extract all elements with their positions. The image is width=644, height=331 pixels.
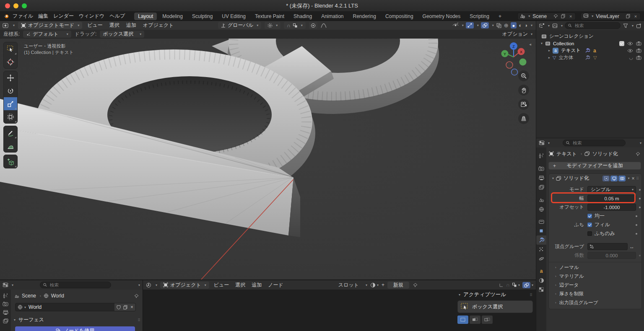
viewport-menu-object[interactable]: オブジェクト	[141, 22, 176, 29]
workspace-tab-layout[interactable]: Layout	[134, 13, 157, 20]
chevron-right-icon[interactable]: ▸	[548, 49, 550, 52]
workspace-tab-sculpting[interactable]: Sculpting	[188, 13, 216, 20]
zoom-window-button[interactable]	[22, 3, 27, 8]
gizmo-x-neg[interactable]	[506, 62, 513, 68]
orthographic-toggle-button[interactable]	[518, 113, 529, 124]
chevron-down-icon[interactable]: ▾	[518, 283, 520, 287]
world-search[interactable]	[40, 282, 111, 288]
workspace-tab-rendering[interactable]: Rendering	[349, 13, 380, 20]
menu-render[interactable]: レンダー	[52, 13, 75, 20]
editor-type-icon[interactable]	[3, 23, 8, 28]
tool-cursor[interactable]	[4, 55, 17, 68]
slot-dropdown[interactable]: スロット ▾	[338, 282, 367, 289]
tab-tool[interactable]	[536, 151, 546, 160]
display-realtime-toggle[interactable]	[610, 176, 618, 181]
pin-icon[interactable]	[412, 282, 418, 288]
breadcrumb-scene[interactable]: Scene	[22, 293, 36, 299]
minimize-window-button[interactable]	[13, 3, 18, 8]
tab-particles[interactable]	[536, 245, 546, 254]
options-dropdown[interactable]: オプション ▾	[502, 31, 532, 38]
outliner-editor-icon[interactable]	[539, 23, 545, 28]
insert-keyframe-icon[interactable]	[499, 282, 504, 287]
outliner-search-input[interactable]	[574, 23, 617, 28]
shader-menu-view[interactable]: ビュー	[212, 282, 231, 289]
chevron-down-icon[interactable]: ▾	[640, 141, 641, 145]
factor-field[interactable]: 0.000	[587, 252, 636, 259]
collection-checkbox[interactable]	[619, 41, 624, 46]
tab-output[interactable]	[536, 173, 546, 183]
pin-icon[interactable]	[133, 293, 139, 299]
chevron-down-icon[interactable]: ▾	[462, 23, 464, 27]
new-material-plus-icon[interactable]: +	[382, 282, 384, 288]
shader-menu-node[interactable]: ノード	[266, 282, 285, 289]
shading-material-icon[interactable]: ◐	[519, 22, 522, 28]
drag-handle-icon[interactable]: ⠿	[636, 176, 639, 181]
animate-dot[interactable]	[639, 198, 641, 199]
chevron-down-icon[interactable]: ▾	[548, 141, 550, 145]
animate-dot[interactable]	[639, 207, 641, 208]
area-divider-outliner-props[interactable]	[536, 138, 644, 138]
chevron-down-icon[interactable]: ▾	[552, 176, 554, 180]
zoom-view-button[interactable]	[518, 70, 529, 81]
properties-editor-icon[interactable]	[539, 140, 545, 146]
tab-physics[interactable]	[536, 254, 546, 263]
section-normals[interactable]: ›ノーマル	[549, 263, 641, 272]
chevron-down-icon[interactable]: ▾	[531, 23, 532, 27]
outliner-row-scene-collection[interactable]: シーンコレクション	[536, 33, 644, 40]
tool-select-box[interactable]	[4, 42, 17, 55]
add-modifier-button[interactable]: + モディファイアーを追加	[548, 162, 641, 170]
drag-dropdown[interactable]: ボックス選択 ▾	[100, 31, 144, 38]
breadcrumb-modifier[interactable]: ソリッド化	[592, 150, 618, 158]
workspace-tab-modeling[interactable]: Modeling	[158, 13, 187, 20]
tool-rotate[interactable]	[4, 84, 17, 97]
tab-material[interactable]	[536, 276, 546, 285]
tool-scale[interactable]	[4, 97, 17, 110]
drag-handle-icon[interactable]: ⠿	[530, 293, 533, 297]
world-search-input[interactable]	[49, 282, 108, 288]
breadcrumb-world[interactable]: World	[51, 293, 64, 299]
tab-scene[interactable]	[536, 195, 546, 204]
chevron-down-icon[interactable]: ▾	[13, 23, 15, 27]
area-divider-vertical[interactable]	[536, 21, 536, 331]
new-collection-icon[interactable]	[636, 23, 641, 28]
close-icon[interactable]: ×	[568, 13, 574, 19]
modifier-panel-header[interactable]: ▾ ソリッド化 ▾ × ⠿	[549, 174, 641, 183]
visibility-icon[interactable]	[452, 23, 459, 28]
tab-tool[interactable]	[3, 293, 8, 298]
menu-file[interactable]: ファイル	[11, 13, 35, 20]
chevron-down-icon[interactable]: ▾	[12, 283, 13, 287]
properties-editor-icon[interactable]	[3, 282, 8, 288]
select-extend-button[interactable]	[470, 315, 480, 324]
workspace-tab-scripting[interactable]: Scripting	[466, 13, 493, 20]
unlink-button[interactable]: ×	[130, 304, 133, 310]
outliner-row-text-object[interactable]: ▸ a テキスト a	[536, 47, 644, 54]
vertex-group-field[interactable]	[587, 243, 628, 250]
copy-icon[interactable]	[560, 13, 566, 19]
chevron-down-icon[interactable]: ▾	[632, 24, 634, 28]
even-thickness-checkbox[interactable]	[587, 214, 592, 218]
camera-visibility-icon[interactable]	[636, 48, 641, 53]
mode-dropdown[interactable]: シンプル▾	[587, 186, 636, 193]
tab-world[interactable]	[536, 204, 546, 214]
tab-view-layer[interactable]	[3, 318, 8, 323]
gizmo-z-neg[interactable]	[512, 69, 518, 75]
pin-icon[interactable]	[553, 13, 558, 19]
active-tool-header[interactable]: ▾ アクティブツール ⠿	[457, 291, 533, 298]
menu-help[interactable]: ヘルプ	[108, 13, 127, 20]
animate-dot[interactable]	[636, 224, 637, 226]
orientation-dropdown[interactable]: グローバル ▾	[218, 22, 261, 29]
pin-icon[interactable]	[635, 151, 641, 157]
chevron-down-icon[interactable]: ▾	[628, 176, 629, 180]
blender-logo-icon[interactable]	[3, 13, 9, 19]
tool-measure[interactable]	[4, 139, 17, 152]
surface-section-header[interactable]: ▾ サーフェス ⠿	[13, 316, 141, 323]
overlays-toggle[interactable]	[481, 22, 489, 28]
add-workspace-button[interactable]: +	[495, 13, 505, 20]
use-nodes-button[interactable]: ノードを使用	[15, 326, 135, 331]
tab-output[interactable]	[3, 310, 8, 315]
coord-system-dropdown[interactable]: デフォルト ▾	[23, 31, 71, 38]
workspace-tab-compositing[interactable]: Compositing	[382, 13, 417, 20]
chevron-down-icon[interactable]: ▾	[541, 41, 543, 45]
outliner-row-collection[interactable]: ▾ Collection	[536, 40, 644, 47]
drag-handle-icon[interactable]: ⠿	[138, 318, 141, 322]
